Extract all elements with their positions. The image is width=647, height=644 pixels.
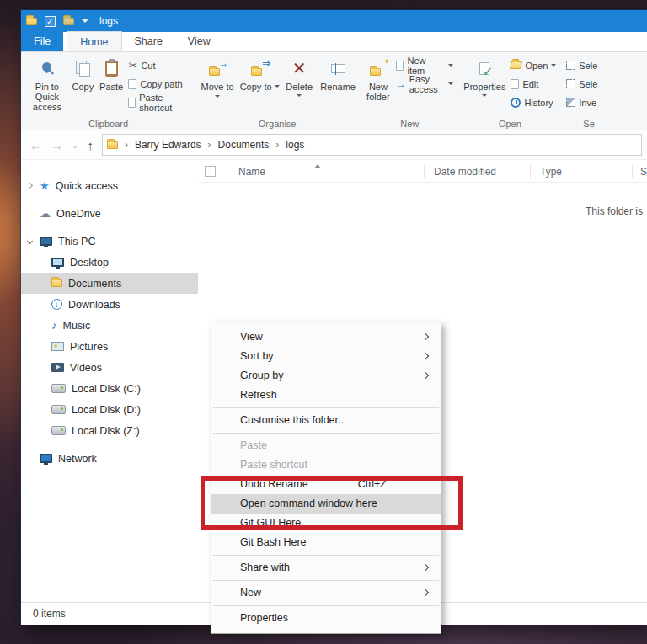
sidebar-item-pictures[interactable]: Pictures	[21, 336, 198, 357]
new-item-button[interactable]: New item	[393, 57, 457, 73]
menu-item-label: Properties	[240, 612, 288, 624]
menu-item-open-command-window-here[interactable]: Open command window here	[211, 494, 441, 514]
menu-item-label: Customise this folder...	[240, 414, 346, 426]
breadcrumb-item-user[interactable]: Barry Edwards	[135, 139, 201, 151]
menu-item-share-with[interactable]: Share with	[211, 558, 441, 577]
sidebar-item-videos[interactable]: Videos	[21, 357, 198, 378]
menu-item-label: Paste shortcut	[240, 459, 307, 471]
copy-path-button[interactable]: Copy path	[126, 76, 191, 92]
tab-file[interactable]: File	[21, 31, 63, 51]
invert-selection-button[interactable]: Inve	[564, 94, 600, 110]
properties-button[interactable]: ✓ Properties	[461, 55, 508, 101]
qat-new-folder-icon[interactable]	[63, 18, 74, 25]
pin-icon	[40, 60, 54, 73]
ribbon-group-organise: → Move to ⇒ Copy to ✕ Delete Rename Orga…	[194, 52, 361, 130]
desktop-icon	[51, 258, 64, 267]
sidebar-item-this-pc[interactable]: This PC	[21, 231, 198, 252]
new-folder-button[interactable]: ✦ New folder	[363, 55, 393, 104]
this-pc-icon	[40, 237, 52, 246]
edit-icon	[511, 79, 519, 89]
cut-button[interactable]: ✂ Cut	[126, 57, 191, 73]
select-none-button[interactable]: Sele	[564, 76, 600, 92]
rename-button[interactable]: Rename	[318, 55, 358, 93]
column-header-name[interactable]: Name	[238, 166, 265, 178]
column-header-type[interactable]: Type	[540, 166, 562, 178]
delete-button[interactable]: ✕ Delete	[281, 55, 318, 101]
select-all-button[interactable]: Sele	[564, 57, 600, 73]
sidebar-item-network[interactable]: Network	[21, 448, 198, 469]
rename-icon	[331, 64, 345, 73]
properties-icon: ✓	[479, 62, 489, 75]
menu-item-label: View	[240, 331, 263, 343]
menu-item-sort-by[interactable]: Sort by	[211, 347, 441, 366]
up-button[interactable]: ↑	[87, 138, 94, 152]
new-group-label: New	[361, 119, 458, 129]
menu-separator	[213, 605, 439, 606]
menu-item-undo-rename[interactable]: Undo Rename Ctrl+Z	[211, 475, 441, 494]
select-none-icon	[566, 79, 575, 88]
tab-home[interactable]: Home	[67, 31, 121, 51]
invert-selection-label: Inve	[579, 98, 596, 108]
qat-customize-chevron-icon[interactable]	[82, 19, 88, 26]
copy-to-button[interactable]: ⇒ Copy to	[238, 55, 281, 93]
tab-view[interactable]: View	[175, 31, 223, 51]
titlebar[interactable]: ✓ logs	[21, 10, 647, 32]
sidebar-item-quick-access[interactable]: ★ Quick access	[21, 175, 198, 196]
menu-item-label: Paste	[240, 439, 267, 451]
sort-ascending-icon[interactable]	[314, 161, 321, 168]
easy-access-button[interactable]: → Easy access	[393, 76, 457, 92]
paste-button[interactable]: Paste	[97, 55, 126, 93]
recent-locations-chevron-icon[interactable]: ⌄	[72, 141, 78, 150]
column-divider[interactable]	[530, 165, 531, 178]
sidebar-item-documents[interactable]: Documents	[21, 273, 198, 294]
edit-button[interactable]: Edit	[508, 76, 559, 92]
breadcrumb-item-documents[interactable]: Documents	[218, 139, 270, 151]
ribbon-tab-row: File Home Share View	[21, 32, 647, 52]
context-menu: View Sort by Group by Refresh Customise …	[211, 322, 441, 634]
sidebar-label: Quick access	[56, 180, 118, 192]
menu-item-git-gui-here[interactable]: Git GUI Here	[211, 514, 441, 533]
pin-to-quick-access-button[interactable]: Pin to Quick access	[25, 55, 69, 114]
move-to-button[interactable]: → Move to	[196, 55, 238, 104]
tab-share[interactable]: Share	[122, 31, 175, 51]
menu-item-git-bash-here[interactable]: Git Bash Here	[211, 533, 441, 552]
column-divider[interactable]	[632, 165, 633, 178]
window-title: logs	[99, 15, 118, 27]
history-icon	[511, 98, 521, 108]
sidebar-item-local-disk-c[interactable]: Local Disk (C:)	[21, 378, 198, 399]
collapse-chevron-icon[interactable]	[27, 238, 33, 244]
disk-icon	[51, 384, 66, 393]
address-box[interactable]: › Barry Edwards › Documents › logs	[102, 134, 642, 156]
menu-item-group-by[interactable]: Group by	[211, 366, 441, 386]
column-divider[interactable]	[424, 165, 425, 178]
column-header-date-modified[interactable]: Date modified	[434, 166, 496, 178]
menu-item-new[interactable]: New	[211, 583, 441, 603]
sidebar-item-desktop[interactable]: Desktop	[21, 252, 198, 273]
ribbon-group-clipboard: Pin to Quick access Copy Paste ✂ Cut Cop…	[23, 52, 194, 130]
breadcrumb-item-logs[interactable]: logs	[286, 139, 304, 151]
menu-item-customise-this-folder[interactable]: Customise this folder...	[211, 411, 441, 430]
sidebar-item-local-disk-d[interactable]: Local Disk (D:)	[21, 399, 198, 420]
column-header-size[interactable]: S	[640, 166, 647, 178]
cut-label: Cut	[141, 61, 155, 71]
copy-button[interactable]: Copy	[69, 55, 97, 93]
history-label: History	[524, 98, 553, 108]
menu-item-properties[interactable]: Properties	[211, 609, 441, 628]
sidebar-label: Local Disk (D:)	[72, 404, 141, 416]
qat-properties-icon[interactable]: ✓	[45, 16, 56, 27]
menu-item-refresh[interactable]: Refresh	[211, 386, 441, 405]
delete-label: Delete	[286, 82, 313, 92]
history-button[interactable]: History	[508, 94, 559, 110]
sidebar-item-local-disk-z[interactable]: Local Disk (Z:)	[21, 420, 198, 441]
sidebar-item-onedrive[interactable]: ☁ OneDrive	[21, 203, 198, 224]
easy-access-label: Easy access	[409, 74, 446, 94]
ribbon-group-open: ✓ Properties Open Edit History	[458, 52, 561, 130]
paste-shortcut-button[interactable]: Paste shortcut	[126, 94, 191, 110]
open-button[interactable]: Open	[508, 57, 559, 73]
rename-label: Rename	[320, 82, 356, 92]
menu-item-view[interactable]: View	[211, 327, 441, 347]
expand-chevron-icon[interactable]	[27, 183, 33, 189]
select-all-checkbox[interactable]	[205, 166, 216, 177]
sidebar-item-downloads[interactable]: ↓ Downloads	[21, 294, 198, 315]
sidebar-item-music[interactable]: ♪ Music	[21, 315, 198, 336]
